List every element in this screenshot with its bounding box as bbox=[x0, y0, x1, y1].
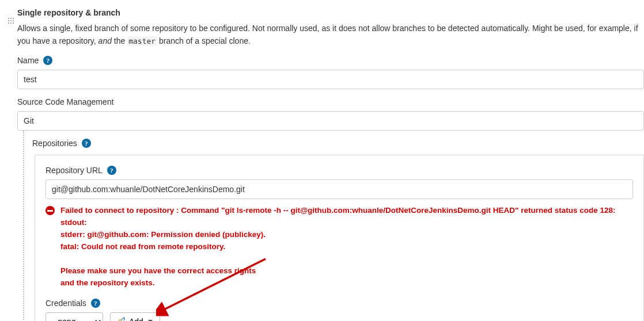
section-title: Single repository & branch bbox=[17, 8, 644, 17]
desc-text-2: branch of a special clone. bbox=[157, 36, 251, 45]
name-input[interactable] bbox=[17, 70, 644, 89]
error-icon bbox=[46, 206, 55, 215]
desc-and: and bbox=[99, 36, 112, 45]
add-button-label: Add bbox=[129, 317, 143, 321]
drag-handle-icon[interactable] bbox=[8, 18, 14, 24]
help-icon[interactable]: ? bbox=[82, 139, 91, 148]
credentials-select[interactable]: - none - bbox=[46, 312, 103, 321]
key-icon bbox=[118, 316, 126, 321]
name-label: Name bbox=[17, 56, 39, 65]
error-block: Failed to connect to repository : Comman… bbox=[46, 205, 633, 289]
credentials-label: Credentials bbox=[46, 299, 86, 308]
repo-url-input[interactable] bbox=[46, 179, 633, 199]
help-icon[interactable]: ? bbox=[43, 56, 52, 65]
scm-label: Source Code Management bbox=[17, 97, 113, 106]
scm-input[interactable] bbox=[17, 111, 644, 131]
error-text: Failed to connect to repository : Comman… bbox=[60, 205, 616, 289]
repo-url-label: Repository URL bbox=[46, 166, 103, 175]
desc-the: the bbox=[112, 36, 127, 45]
repositories-label: Repositories bbox=[32, 139, 77, 148]
help-icon[interactable]: ? bbox=[91, 299, 100, 308]
add-credentials-button[interactable]: Add bbox=[110, 312, 160, 321]
desc-code: master bbox=[127, 36, 157, 46]
section-description: Allows a single, fixed branch of some re… bbox=[17, 22, 644, 48]
help-icon[interactable]: ? bbox=[107, 166, 116, 175]
